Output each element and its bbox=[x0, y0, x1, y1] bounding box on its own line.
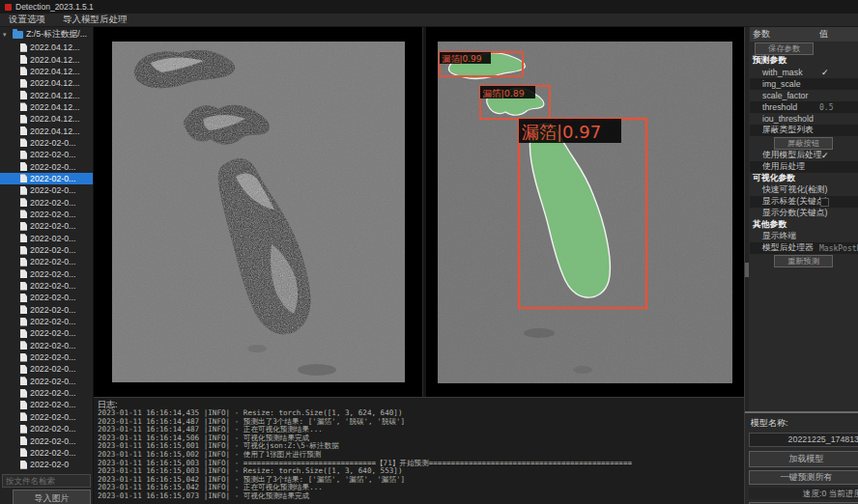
chevron-down-icon[interactable] bbox=[3, 31, 10, 39]
detection-label: 漏箔|0.89 bbox=[480, 86, 535, 98]
tree-item[interactable]: 2022-02-0... bbox=[0, 447, 93, 459]
tree-item[interactable]: 2022.04.12... bbox=[0, 101, 93, 113]
tree-item[interactable]: 2022.04.12... bbox=[0, 113, 93, 125]
menu-item[interactable]: 设置选项 bbox=[9, 14, 45, 26]
tree-item[interactable]: 2022-02-0... bbox=[0, 316, 93, 327]
param-label: 屏蔽类型列表 bbox=[753, 125, 814, 136]
tree-item[interactable]: 2022-02-0... bbox=[0, 209, 93, 220]
tree-item-label: 2022-02-0... bbox=[30, 245, 75, 255]
checkmark-icon[interactable]: ✓ bbox=[821, 68, 829, 77]
tree-item[interactable]: 2022-02-0... bbox=[0, 327, 93, 339]
image-viewers: 漏箔|0.99 漏箔|0.89 漏箔|0.97 bbox=[94, 27, 744, 397]
raw-image-panel[interactable] bbox=[94, 27, 422, 397]
param-value: MaskPostPro bbox=[819, 244, 858, 253]
menu-item[interactable]: 导入模型后处理 bbox=[63, 14, 128, 26]
param-row[interactable]: 显示分数(关键点) ✓ bbox=[750, 208, 858, 219]
search-input[interactable] bbox=[2, 474, 91, 488]
param-row[interactable]: 可视化参数 ✓ bbox=[750, 173, 858, 184]
app-icon bbox=[5, 4, 12, 11]
param-row[interactable]: scale_factor ✓ bbox=[750, 90, 858, 101]
tree-item[interactable]: 2022-02-0... bbox=[0, 363, 93, 375]
scrollbar-thumb[interactable] bbox=[745, 263, 749, 277]
tree-item[interactable]: 2022-02-0... bbox=[0, 423, 93, 434]
file-icon bbox=[20, 258, 27, 266]
tree-item[interactable]: 2022-02-0... bbox=[0, 304, 93, 316]
param-row[interactable]: 快速可视化(检测) ✓ bbox=[750, 184, 858, 196]
param-label: 使用模型后处理 bbox=[753, 150, 822, 161]
log-panel[interactable]: 日志: 2023-01-11 16:16:14,435 |INFO| - Res… bbox=[94, 397, 744, 504]
param-row[interactable]: 显示终端 ✓ bbox=[750, 231, 858, 242]
param-row[interactable]: 预测参数 ✓ bbox=[750, 55, 858, 67]
param-row[interactable]: with_mask ✓ bbox=[750, 67, 858, 78]
tree-item[interactable]: 2022-02-0... bbox=[0, 173, 93, 184]
tree-item[interactable]: 2022-02-0... bbox=[0, 137, 93, 149]
tree-item[interactable]: 2022.04.12... bbox=[0, 77, 93, 89]
param-row[interactable]: 屏蔽类型列表 ✓ bbox=[750, 125, 858, 136]
file-icon bbox=[20, 305, 27, 314]
param-label: 模型后处理器 bbox=[753, 242, 814, 254]
checkbox-icon[interactable] bbox=[820, 198, 829, 207]
param-row[interactable]: 其他参数 ✓ bbox=[750, 219, 858, 231]
tree-item[interactable]: 2022-02-0... bbox=[0, 233, 93, 244]
tree-item[interactable]: 2022.04.12... bbox=[0, 53, 93, 65]
param-row[interactable]: 模型后处理器 MaskPostPro ✓ bbox=[750, 242, 858, 254]
tree-item[interactable]: 2022-02-0... bbox=[0, 196, 93, 208]
checkmark-icon[interactable]: ✓ bbox=[821, 151, 829, 160]
param-row[interactable]: img_scale ✓ bbox=[750, 78, 858, 90]
param-row[interactable]: 使用后处理 ✓ bbox=[750, 161, 858, 173]
tree-item[interactable]: 2022-02-0... bbox=[0, 351, 93, 363]
tree-item[interactable]: 2022-02-0... bbox=[0, 268, 93, 280]
file-icon bbox=[20, 234, 27, 242]
tree-item[interactable]: 2022-02-0... bbox=[0, 292, 93, 303]
file-icon bbox=[20, 246, 27, 255]
params-scrollbar[interactable] bbox=[745, 27, 749, 411]
tree-item[interactable]: 2022-02-0... bbox=[0, 434, 93, 446]
tree-item[interactable]: 2022-02-0... bbox=[0, 387, 93, 399]
tree-item[interactable]: 2022-02-0... bbox=[0, 280, 93, 292]
model-section: 模型名称: 20221225_174813 加载模型 一键预测所有 速度:0 当… bbox=[745, 411, 858, 504]
param-row[interactable]: 屏蔽按钮 ✓ bbox=[750, 136, 858, 150]
params-header: 参数 值 bbox=[750, 27, 858, 42]
tree-item[interactable]: 2022.04.12... bbox=[0, 42, 93, 53]
tree-item[interactable]: 2022-02-0... bbox=[0, 411, 93, 423]
tree-item[interactable]: 2022.04.12... bbox=[0, 66, 93, 77]
param-label: 重新预测 bbox=[774, 255, 833, 267]
file-icon bbox=[20, 282, 27, 291]
tree-item-label: 2022-02-0... bbox=[30, 424, 75, 434]
svg-text:漏箔|0.89: 漏箔|0.89 bbox=[483, 87, 525, 98]
predict-all-button[interactable]: 一键预测所有 bbox=[749, 470, 858, 485]
tree-item-label: 2022-02-0... bbox=[30, 436, 75, 446]
window-title: Detection_2023.1.5.1 bbox=[15, 2, 94, 12]
tree-item-label: 2022.04.12... bbox=[30, 114, 79, 124]
tree-item[interactable]: 2022-02-0... bbox=[0, 376, 93, 387]
tree-item[interactable]: 2022-02-0... bbox=[0, 399, 93, 410]
import-images-button[interactable]: 导入图片 bbox=[13, 490, 91, 504]
file-icon bbox=[20, 436, 27, 445]
param-row[interactable]: 显示标签(关键点) ✓ bbox=[750, 196, 858, 208]
file-icon bbox=[20, 210, 27, 218]
tree-item[interactable]: 2022-02-0... bbox=[0, 184, 93, 196]
tree-item[interactable]: 2022-02-0... bbox=[0, 256, 93, 267]
tree-item[interactable]: 2022-02-0 bbox=[0, 459, 93, 470]
tree-item[interactable]: 2022-02-0... bbox=[0, 160, 93, 172]
tree-item[interactable]: 2022-02-0... bbox=[0, 340, 93, 351]
tree-item-label: 2022-02-0 bbox=[30, 460, 69, 469]
param-label: 快速可视化(检测) bbox=[753, 184, 827, 196]
param-row[interactable]: 重新预测 ✓ bbox=[750, 254, 858, 267]
tree-item-label: 2022-02-0... bbox=[30, 328, 75, 338]
tree-item[interactable]: 2022-02-0... bbox=[0, 149, 93, 160]
tree-item[interactable]: 2022-02-0... bbox=[0, 244, 93, 256]
tree-item[interactable]: 2022.04.12... bbox=[0, 125, 93, 136]
file-tree[interactable]: Z:/5-标注数据/... 2022.04.12... 2022.04.12..… bbox=[0, 27, 93, 472]
file-icon bbox=[20, 91, 27, 99]
tree-item[interactable]: 2022.04.12... bbox=[0, 89, 93, 100]
param-row[interactable]: 使用模型后处理 ✓ bbox=[750, 150, 858, 161]
prediction-image-panel[interactable]: 漏箔|0.99 漏箔|0.89 漏箔|0.97 bbox=[426, 27, 744, 397]
param-row[interactable]: threshold 0.5 ✓ bbox=[750, 101, 858, 113]
tree-root-folder[interactable]: Z:/5-标注数据/... bbox=[0, 27, 93, 42]
model-name-field[interactable]: 20221225_174813 bbox=[749, 433, 858, 447]
param-row[interactable]: iou_threshold ✓ bbox=[750, 113, 858, 125]
tree-item[interactable]: 2022-02-0... bbox=[0, 220, 93, 232]
param-row[interactable]: 保存参数 ✓ bbox=[750, 42, 858, 55]
load-model-button[interactable]: 加载模型 bbox=[749, 451, 858, 467]
